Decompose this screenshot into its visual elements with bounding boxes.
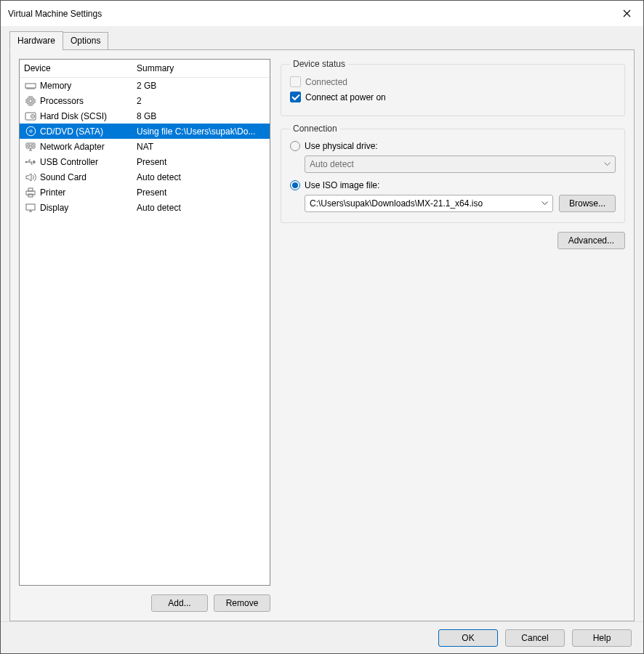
device-summary: Present (137, 157, 270, 167)
device-row-memory[interactable]: Memory2 GB (20, 78, 270, 93)
device-name: Display (40, 203, 137, 213)
svg-point-6 (26, 126, 36, 136)
remove-device-button[interactable]: Remove (214, 594, 270, 612)
device-summary: Auto detect (137, 172, 270, 182)
titlebar: Virtual Machine Settings (1, 1, 643, 26)
cancel-button[interactable]: Cancel (505, 629, 565, 647)
device-row-sound[interactable]: Sound CardAuto detect (20, 169, 270, 185)
iso-file-radio[interactable] (290, 180, 300, 190)
close-button[interactable] (610, 1, 643, 26)
printer-icon (24, 187, 37, 198)
device-summary: 2 (137, 96, 270, 106)
net-icon (24, 141, 37, 153)
physical-drive-label: Use physical drive: (305, 141, 378, 151)
iso-file-label: Use ISO image file: (305, 180, 379, 190)
connection-group: Connection Use physical drive: Auto dete… (281, 124, 625, 223)
device-name: Printer (40, 187, 137, 198)
device-row-display[interactable]: DisplayAuto detect (20, 200, 270, 215)
device-list[interactable]: Device Summary Memory2 GBProcessors2Hard… (19, 59, 270, 586)
physical-drive-combo[interactable]: Auto detect (305, 156, 616, 173)
chevron-down-icon (542, 201, 548, 206)
physical-drive-radio[interactable] (290, 141, 300, 151)
left-panel: Device Summary Memory2 GBProcessors2Hard… (19, 59, 270, 612)
column-device[interactable]: Device (24, 63, 137, 73)
advanced-button[interactable]: Advanced... (558, 232, 625, 249)
device-row-cpu[interactable]: Processors2 (20, 93, 270, 108)
usb-icon (24, 156, 37, 168)
device-name: Processors (40, 96, 137, 106)
physical-drive-row[interactable]: Use physical drive: (290, 141, 616, 151)
device-status-legend: Device status (290, 59, 348, 69)
poweron-checkbox[interactable] (290, 92, 301, 102)
iso-file-row[interactable]: Use ISO image file: (290, 180, 616, 190)
chevron-down-icon (604, 162, 611, 166)
device-name: CD/DVD (SATA) (40, 126, 137, 137)
disk-icon (24, 110, 37, 122)
device-summary: Auto detect (137, 203, 270, 213)
device-name: Network Adapter (40, 142, 137, 152)
device-name: Sound Card (40, 172, 137, 182)
device-row-net[interactable]: Network AdapterNAT (20, 139, 270, 154)
device-summary: Present (137, 187, 270, 198)
iso-path-combo[interactable]: C:\Users\supak\Downloads\MX-21.1_x64.iso (305, 195, 553, 212)
poweron-checkbox-row[interactable]: Connect at power on (290, 92, 616, 102)
connected-label: Connected (305, 77, 347, 87)
device-summary: NAT (137, 142, 270, 152)
tab-options[interactable]: Options (63, 32, 108, 50)
device-summary: 2 GB (137, 81, 270, 91)
device-row-cd[interactable]: CD/DVD (SATA)Using file C:\Users\supak\D… (20, 124, 270, 139)
ok-button[interactable]: OK (438, 629, 498, 647)
device-row-printer[interactable]: PrinterPresent (20, 185, 270, 200)
settings-window: Virtual Machine Settings Hardware Option… (0, 0, 644, 654)
connection-legend: Connection (290, 124, 340, 134)
svg-rect-1 (28, 98, 33, 104)
dialog-body: Hardware Options Device Summary Memory2 … (1, 26, 643, 621)
svg-point-7 (29, 130, 31, 132)
window-title: Virtual Machine Settings (8, 9, 102, 19)
device-row-usb[interactable]: USB ControllerPresent (20, 154, 270, 169)
device-status-group: Device status Connected Connect at power… (281, 59, 625, 116)
device-rows: Memory2 GBProcessors2Hard Disk (SCSI)8 G… (20, 78, 270, 585)
svg-point-9 (25, 161, 28, 163)
close-icon (623, 9, 631, 17)
browse-button[interactable]: Browse... (559, 195, 616, 212)
svg-rect-11 (28, 188, 33, 191)
device-name: USB Controller (40, 157, 137, 167)
tabpage-hardware: Device Summary Memory2 GBProcessors2Hard… (9, 49, 635, 621)
dialog-footer: OK Cancel Help (1, 621, 643, 653)
cpu-icon (24, 95, 37, 107)
svg-point-5 (32, 116, 33, 117)
device-summary: Using file C:\Users\supak\Do... (137, 126, 270, 137)
column-summary[interactable]: Summary (137, 63, 265, 73)
device-name: Memory (40, 81, 137, 91)
svg-rect-2 (29, 100, 32, 102)
device-list-header: Device Summary (20, 60, 270, 78)
connected-checkbox[interactable] (290, 76, 301, 87)
device-name: Hard Disk (SCSI) (40, 111, 137, 121)
cd-icon (24, 126, 37, 137)
help-button[interactable]: Help (572, 629, 632, 647)
connected-checkbox-row[interactable]: Connected (290, 76, 616, 87)
svg-rect-0 (25, 84, 36, 88)
physical-drive-value: Auto detect (310, 159, 354, 169)
tab-hardware[interactable]: Hardware (9, 31, 63, 50)
iso-path-value: C:\Users\supak\Downloads\MX-21.1_x64.iso (310, 198, 483, 209)
display-icon (24, 202, 37, 214)
memory-icon (24, 80, 37, 92)
poweron-label: Connect at power on (305, 92, 386, 102)
add-device-button[interactable]: Add... (151, 594, 208, 612)
right-panel: Device status Connected Connect at power… (281, 59, 625, 612)
svg-rect-13 (26, 204, 35, 210)
device-buttons: Add... Remove (19, 594, 270, 612)
tabstrip: Hardware Options (9, 32, 635, 50)
device-summary: 8 GB (137, 111, 270, 121)
sound-icon (24, 171, 37, 183)
device-row-disk[interactable]: Hard Disk (SCSI)8 GB (20, 108, 270, 124)
